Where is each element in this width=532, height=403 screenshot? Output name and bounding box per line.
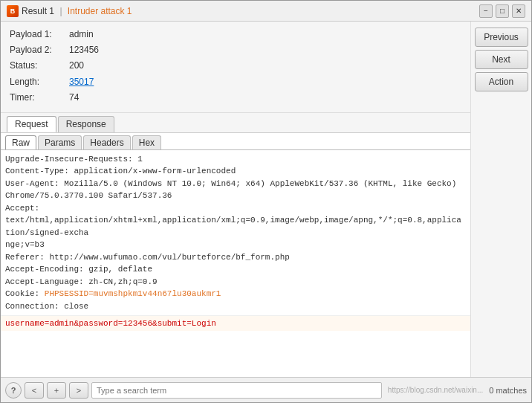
help-button[interactable]: ?	[5, 382, 22, 399]
content-line: nge;v=b3	[5, 239, 466, 251]
content-line: Upgrade-Insecure-Requests: 1	[5, 153, 466, 166]
main-tabs: Request Response	[1, 113, 470, 133]
nav-forward-button[interactable]: >	[69, 382, 88, 399]
timer-value: 74	[69, 91, 79, 105]
subtab-hex[interactable]: Hex	[132, 135, 161, 149]
content-scroll[interactable]: Upgrade-Insecure-Requests: 1 Content-Typ…	[1, 150, 470, 377]
nav-back-button[interactable]: <	[25, 382, 44, 399]
window-title: Result 1 | Intruder attack 1	[22, 6, 132, 16]
content-line: Accept:	[5, 202, 466, 215]
tab-request[interactable]: Request	[7, 116, 56, 132]
tab-row: Request Response	[7, 116, 464, 132]
content-line: text/html,application/xhtml+xml,applicat…	[5, 214, 466, 239]
app-icon: B	[7, 5, 19, 17]
content-line: User-Agent: Mozilla/5.0 (Windows NT 10.0…	[5, 178, 466, 190]
content-line: Referer: http://www.wufumao.com/vul/burt…	[5, 251, 466, 264]
status-row: Status: 200	[10, 59, 461, 73]
length-label: Length:	[10, 75, 69, 89]
payload1-row: Payload 1: admin	[10, 28, 461, 42]
length-value[interactable]: 35017	[69, 75, 94, 89]
status-value: 200	[69, 59, 84, 73]
minimize-button[interactable]: −	[479, 4, 493, 18]
next-button[interactable]: Next	[475, 50, 528, 69]
action-button[interactable]: Action	[475, 72, 528, 91]
post-data-value: username=admin&password=123456&submit=Lo…	[5, 319, 216, 328]
previous-button[interactable]: Previous	[475, 28, 528, 47]
search-input[interactable]	[91, 382, 382, 399]
sub-tabs: Raw Params Headers Hex	[1, 133, 470, 150]
right-panel: Previous Next Action	[470, 22, 531, 377]
payload1-label: Payload 1:	[10, 28, 69, 42]
close-button[interactable]: ✕	[512, 4, 525, 18]
payload1-value: admin	[69, 28, 94, 42]
subtab-headers[interactable]: Headers	[83, 135, 130, 149]
tab-response[interactable]: Response	[58, 116, 114, 132]
title-bar-left: B Result 1 | Intruder attack 1	[7, 5, 132, 17]
timer-row: Timer: 74	[10, 91, 461, 105]
nav-add-button[interactable]: +	[47, 382, 66, 399]
content-line: Accept-Encoding: gzip, deflate	[5, 263, 466, 276]
attack-label: Intruder attack 1	[68, 6, 132, 16]
length-row: Length: 35017	[10, 75, 461, 89]
title-separator: |	[59, 6, 64, 16]
window-controls: − □ ✕	[479, 4, 525, 18]
title-bar: B Result 1 | Intruder attack 1 − □ ✕	[1, 1, 531, 22]
main-window: B Result 1 | Intruder attack 1 − □ ✕ Pay…	[0, 0, 532, 403]
cookie-line: Cookie: PHPSESSID=muvmshpkm1v44n67lu30au…	[5, 288, 466, 300]
content-wrapper: Upgrade-Insecure-Requests: 1 Content-Typ…	[1, 150, 470, 377]
subtab-raw[interactable]: Raw	[5, 135, 36, 149]
content-line: Content-Type: application/x-www-form-url…	[5, 165, 466, 178]
info-section: Payload 1: admin Payload 2: 123456 Statu…	[1, 22, 470, 113]
cookie-value: PHPSESSID=muvmshpkm1v44n67lu30aukmr1	[45, 289, 221, 298]
request-content: Upgrade-Insecure-Requests: 1 Content-Typ…	[1, 150, 470, 316]
main-content: Payload 1: admin Payload 2: 123456 Statu…	[1, 22, 531, 377]
subtab-params[interactable]: Params	[38, 135, 82, 149]
timer-label: Timer:	[10, 91, 69, 105]
bottom-bar: ? < + > https://blog.csdn.net/waixin... …	[1, 377, 531, 402]
post-data-line: username=admin&password=123456&submit=Lo…	[1, 315, 470, 331]
content-line: Connection: close	[5, 300, 466, 313]
content-line: Chrome/75.0.3770.100 Safari/537.36	[5, 190, 466, 202]
payload2-row: Payload 2: 123456	[10, 43, 461, 57]
result-label: Result 1	[22, 6, 54, 16]
left-panel: Payload 1: admin Payload 2: 123456 Statu…	[1, 22, 470, 377]
match-count: 0 matches	[489, 386, 527, 395]
maximize-button[interactable]: □	[496, 4, 509, 18]
watermark-text: https://blog.csdn.net/waixin...	[385, 386, 486, 394]
content-line: Accept-Language: zh-CN,zh;q=0.9	[5, 276, 466, 288]
status-label: Status:	[10, 59, 69, 73]
payload2-value: 123456	[69, 43, 99, 57]
payload2-label: Payload 2:	[10, 43, 69, 57]
